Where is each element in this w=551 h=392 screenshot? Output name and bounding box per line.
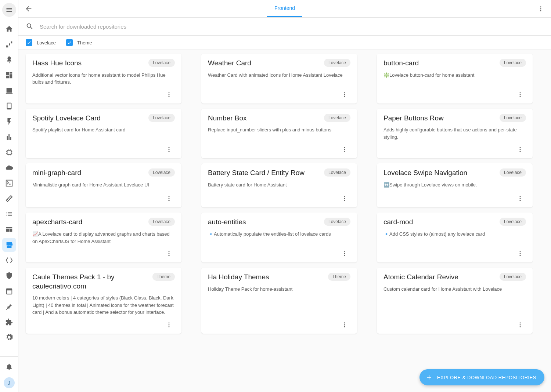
nav-ruler-icon[interactable]: [2, 192, 16, 206]
card-badge: Lovelace: [500, 168, 526, 177]
card-more-button[interactable]: [514, 319, 526, 331]
card-title: apexcharts-card: [32, 218, 82, 227]
repo-card[interactable]: Atomic Calendar Revive Lovelace Custom c…: [377, 268, 533, 334]
search-input[interactable]: [40, 23, 544, 30]
card-more-button[interactable]: [163, 89, 175, 101]
repo-card[interactable]: button-card Lovelace ❇️Lovelace button-c…: [377, 54, 533, 104]
svg-point-31: [169, 253, 170, 254]
nav-store-icon[interactable]: [2, 238, 16, 252]
card-description: Battery state card for Home Assistant: [208, 181, 350, 189]
svg-point-23: [169, 200, 170, 201]
svg-point-0: [540, 6, 541, 7]
menu-button[interactable]: [2, 3, 16, 17]
svg-point-21: [169, 196, 170, 197]
nav-tree-icon[interactable]: [2, 53, 16, 67]
card-description: Custom calendar card for Home Assistant …: [383, 286, 526, 293]
search-icon: [26, 22, 34, 30]
nav-chart-icon[interactable]: [2, 130, 16, 144]
nav-tablet-icon[interactable]: [2, 84, 16, 98]
svg-point-33: [344, 251, 345, 252]
nav-phone-icon[interactable]: [2, 99, 16, 113]
svg-point-22: [169, 198, 170, 199]
card-more-button[interactable]: [514, 193, 526, 204]
repo-card[interactable]: Caule Themes Pack 1 - by caulecriativo.c…: [26, 268, 181, 334]
nav-cog-icon[interactable]: [2, 330, 16, 344]
repo-card[interactable]: Spotify Lovelace Card Lovelace Spotify p…: [26, 109, 181, 159]
filter-row: Lovelace Theme: [18, 35, 551, 50]
card-title: Spotify Lovelace Card: [32, 114, 101, 123]
nav-pin-icon[interactable]: [2, 300, 16, 313]
card-more-button[interactable]: [339, 193, 350, 204]
repo-card[interactable]: Paper Buttons Row Lovelace Adds highly c…: [377, 109, 533, 159]
svg-point-40: [169, 324, 170, 325]
nav-calendar-icon[interactable]: [2, 284, 16, 298]
svg-point-47: [520, 326, 521, 327]
card-title: Paper Buttons Row: [383, 114, 444, 123]
explore-fab[interactable]: EXPLORE & DOWNLOAD REPOSITORIES: [419, 369, 544, 385]
svg-point-17: [344, 151, 345, 152]
card-more-button[interactable]: [514, 89, 526, 101]
nav-shield-icon[interactable]: [2, 269, 16, 283]
card-description: Replace input_number sliders with plus a…: [208, 126, 350, 134]
repo-card[interactable]: card-mod Lovelace 🔹Add CSS styles to (al…: [377, 213, 533, 262]
card-more-button[interactable]: [339, 248, 350, 259]
filter-lovelace-checkbox[interactable]: [26, 39, 32, 46]
svg-point-26: [344, 200, 345, 201]
filter-theme-checkbox[interactable]: [66, 39, 73, 46]
back-button[interactable]: [21, 1, 36, 16]
card-badge: Lovelace: [324, 59, 350, 67]
card-more-button[interactable]: [339, 89, 350, 101]
sidebar: J: [0, 0, 18, 392]
nav-cloud-icon[interactable]: [2, 161, 16, 175]
svg-point-37: [520, 253, 521, 254]
repo-card[interactable]: Hass Hue Icons Lovelace Additional vecto…: [26, 54, 181, 104]
svg-point-43: [344, 324, 345, 325]
svg-point-6: [344, 92, 345, 93]
card-more-button[interactable]: [514, 248, 526, 259]
nav-bell-icon[interactable]: [2, 360, 16, 374]
nav-home-icon[interactable]: [2, 22, 16, 36]
header-more-button[interactable]: [533, 1, 548, 16]
card-title: Number Box: [208, 114, 247, 123]
svg-point-38: [520, 255, 521, 256]
card-more-button[interactable]: [339, 319, 350, 331]
nav-stairs-icon[interactable]: [2, 37, 16, 51]
svg-point-42: [344, 322, 345, 323]
repo-card[interactable]: Weather Card Lovelace Weather Card with …: [201, 54, 357, 104]
svg-point-35: [344, 255, 345, 256]
repo-card[interactable]: Lovelace Swipe Navigation Lovelace ↔️Swi…: [377, 163, 533, 207]
card-more-button[interactable]: [163, 193, 175, 204]
nav-list-icon[interactable]: [2, 207, 16, 221]
nav-dashboard-icon[interactable]: [2, 68, 16, 82]
card-more-button[interactable]: [339, 144, 350, 155]
nav-code-icon[interactable]: [2, 253, 16, 267]
repo-card[interactable]: Ha Holiday Themes Theme Holiday Theme Pa…: [201, 268, 357, 334]
svg-point-16: [344, 149, 345, 150]
tab-frontend[interactable]: Frontend: [267, 0, 302, 17]
card-more-button[interactable]: [163, 248, 175, 259]
svg-point-8: [344, 96, 345, 97]
repo-card[interactable]: Number Box Lovelace Replace input_number…: [201, 109, 357, 159]
nav-chip-icon[interactable]: [2, 145, 16, 159]
repo-card[interactable]: mini-graph-card Lovelace Minimalistic gr…: [26, 163, 181, 207]
card-more-button[interactable]: [163, 319, 175, 331]
repo-card[interactable]: apexcharts-card Lovelace 📈A Lovelace car…: [26, 213, 181, 262]
svg-point-4: [169, 94, 170, 95]
nav-console-icon[interactable]: [2, 176, 16, 190]
card-badge: Lovelace: [324, 218, 350, 226]
card-more-button[interactable]: [163, 144, 175, 155]
user-avatar[interactable]: J: [4, 377, 15, 388]
repo-card[interactable]: Battery State Card / Entity Row Lovelace…: [201, 163, 357, 207]
repo-card[interactable]: auto-entities Lovelace 🔹Automatically po…: [201, 213, 357, 262]
nav-puzzle-icon[interactable]: [2, 315, 16, 329]
svg-point-2: [540, 10, 541, 11]
svg-point-12: [169, 147, 170, 148]
nav-layout-icon[interactable]: [2, 222, 16, 236]
card-description: 📈A Lovelace card to display advanced gra…: [32, 231, 175, 245]
card-badge: Lovelace: [148, 59, 175, 67]
card-badge: Lovelace: [500, 59, 526, 67]
card-badge: Lovelace: [500, 273, 526, 281]
nav-flash-icon[interactable]: [2, 115, 16, 128]
card-badge: Theme: [152, 273, 175, 281]
card-more-button[interactable]: [514, 144, 526, 155]
